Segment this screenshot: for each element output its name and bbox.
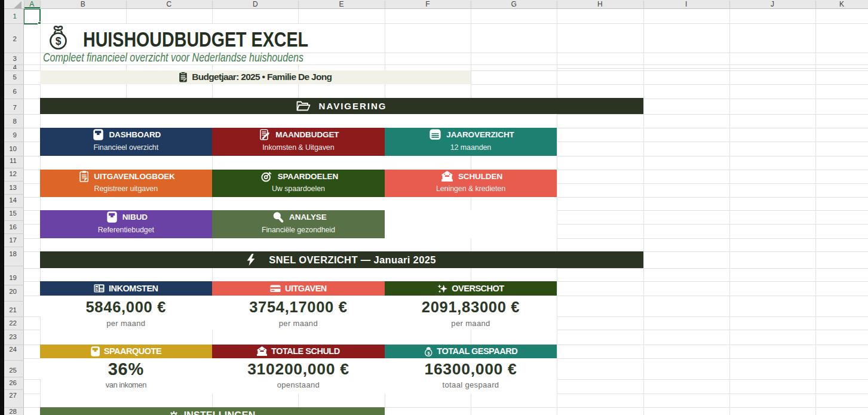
- svg-text:$: $: [55, 35, 61, 47]
- svg-text:$: $: [427, 350, 430, 355]
